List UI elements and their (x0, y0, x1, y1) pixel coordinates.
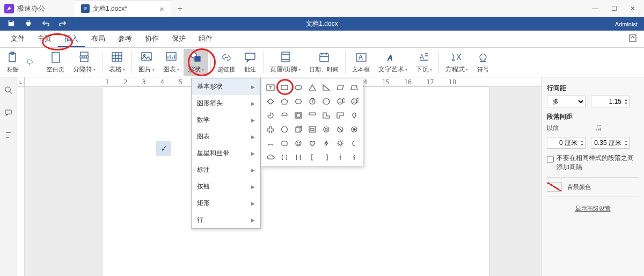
svg-text:A: A (387, 54, 392, 62)
shape-dodecagon[interactable]: 12 (347, 95, 361, 108)
shape-brace-pair[interactable] (291, 150, 305, 164)
chart-button[interactable]: 图表▾ (159, 49, 184, 76)
equation-button[interactable]: 方程式▾ (441, 49, 472, 76)
shape-l-shape[interactable] (305, 108, 319, 122)
shape-heart[interactable] (305, 136, 319, 150)
close-button[interactable]: ✕ (630, 5, 635, 12)
shape-bevel[interactable] (305, 122, 319, 136)
shape-pentagon[interactable] (277, 95, 291, 108)
shape-triangle[interactable] (305, 81, 319, 95)
shape-category-0[interactable]: 基本形状▶ (192, 78, 260, 95)
checkmark-shape[interactable]: ✓ (156, 141, 171, 156)
shape-category-1[interactable]: 图形箭头▶ (192, 95, 260, 112)
shape-brace-l[interactable] (333, 150, 347, 164)
shape-plus[interactable] (264, 122, 277, 136)
shape-cube[interactable] (291, 122, 305, 136)
paste-button[interactable]: 粘贴 (2, 49, 24, 76)
table-button[interactable]: 表格▾ (105, 49, 129, 76)
shape-arc[interactable] (264, 136, 277, 150)
shape-rectangle[interactable] (277, 81, 291, 95)
line-spacing-value-input[interactable]: 1.15 ▲▼ (591, 96, 630, 107)
wordart-button[interactable]: A 文字艺术▾ (374, 49, 412, 76)
file-options-icon[interactable] (629, 34, 636, 43)
bg-color-swatch[interactable] (547, 182, 562, 192)
shape-no-symbol[interactable] (333, 122, 347, 136)
line-spacing-mode-select[interactable]: 多 (547, 96, 586, 107)
shape-text-frame[interactable] (264, 81, 277, 95)
shape-cross[interactable] (347, 122, 361, 136)
shape-parallelogram[interactable] (333, 81, 347, 95)
document-tab[interactable]: 文档1.docx* × (75, 0, 171, 17)
shape-frame[interactable] (291, 108, 305, 122)
minimize-button[interactable]: — (592, 5, 598, 12)
advanced-settings-link[interactable]: 显示高级设置 (547, 205, 639, 213)
shape-cylinder[interactable] (347, 108, 361, 122)
shape-sun[interactable] (333, 136, 347, 150)
tab-close-icon[interactable]: × (159, 4, 164, 13)
blank-page-button[interactable]: 空白页 (42, 49, 69, 76)
shape-category-4[interactable]: 星星和丝带▶ (192, 145, 260, 162)
datetime-button[interactable]: 日期、时间 (305, 49, 343, 76)
format-painter-button[interactable] (24, 49, 38, 76)
shape-teardrop[interactable] (333, 108, 347, 122)
shape-lightning[interactable] (319, 136, 333, 150)
shape-category-3[interactable]: 图表▶ (192, 128, 260, 145)
menu-主页[interactable]: 主页 (31, 30, 58, 47)
shape-ellipse[interactable] (291, 81, 305, 95)
shape-category-5[interactable]: 标注▶ (192, 162, 260, 178)
shape-category-6[interactable]: 按钮▶ (192, 178, 260, 195)
menu-插入[interactable]: 插入 (58, 30, 85, 47)
menu-参考[interactable]: 参考 (112, 30, 138, 47)
shape-decagon[interactable]: 10 (333, 95, 347, 108)
shape-pie[interactable] (264, 108, 277, 122)
hyperlink-button[interactable]: 超链接 (213, 49, 239, 76)
shape-bracket[interactable] (277, 150, 291, 164)
symbol-button[interactable]: 符号 (472, 49, 494, 76)
shape-category-8[interactable]: 行▶ (192, 212, 260, 228)
menu-保护[interactable]: 保护 (165, 30, 192, 47)
textbox-button[interactable]: A 文本框 (348, 49, 374, 76)
shape-diamond[interactable] (264, 95, 277, 108)
shape-smiley[interactable] (291, 136, 305, 150)
redo-icon[interactable] (59, 19, 67, 28)
menu-协作[interactable]: 协作 (138, 30, 165, 47)
shape-can[interactable] (277, 122, 291, 136)
no-space-same-style-checkbox[interactable] (547, 154, 554, 165)
print-icon[interactable] (25, 19, 32, 28)
comments-icon[interactable] (4, 108, 12, 118)
shape-plaque[interactable] (277, 136, 291, 150)
maximize-button[interactable]: ☐ (611, 5, 617, 12)
shape-hexagon[interactable] (291, 95, 305, 108)
image-button[interactable]: 图片▾ (134, 49, 159, 76)
shape-donut[interactable] (319, 122, 333, 136)
header-footer-button[interactable]: 页眉/页脚▾ (266, 49, 305, 76)
shape-trapezoid[interactable] (347, 81, 361, 95)
shape-octagon[interactable] (319, 95, 333, 108)
search-icon[interactable] (4, 86, 12, 96)
shape-corner[interactable] (319, 108, 333, 122)
shape-moon[interactable] (347, 136, 361, 150)
shape-category-2[interactable]: 数学▶ (192, 112, 260, 128)
new-tab-button[interactable]: + (178, 4, 182, 13)
undo-icon[interactable] (42, 19, 49, 28)
shape-button[interactable]: 形状▾ (184, 49, 208, 76)
svg-rect-38 (311, 128, 314, 130)
shape-heptagon[interactable]: 7 (305, 95, 319, 108)
shape-cloud[interactable] (264, 150, 277, 164)
shape-bracket-l[interactable] (305, 150, 319, 164)
dropcap-button[interactable]: A 下沉▾ (412, 49, 436, 76)
page-break-button[interactable]: 分隔符▾ (69, 49, 100, 76)
spacing-before-input[interactable]: 0 厘米 ▲▼ (547, 137, 586, 149)
headings-icon[interactable] (4, 131, 12, 141)
menu-布局[interactable]: 布局 (85, 30, 112, 47)
menu-文件[interactable]: 文件 (4, 30, 31, 47)
comment-button[interactable]: 批注 (239, 49, 261, 76)
shape-category-7[interactable]: 矩形▶ (192, 195, 260, 212)
spacing-after-input[interactable]: 0.35 厘米 ▲▼ (591, 137, 630, 149)
shape-brace-r[interactable] (347, 150, 361, 164)
save-icon[interactable] (8, 19, 15, 28)
shape-right-triangle[interactable] (319, 81, 333, 95)
menu-组件[interactable]: 组件 (192, 30, 219, 47)
shape-bracket-r[interactable] (319, 150, 333, 164)
shape-chord[interactable] (277, 108, 291, 122)
